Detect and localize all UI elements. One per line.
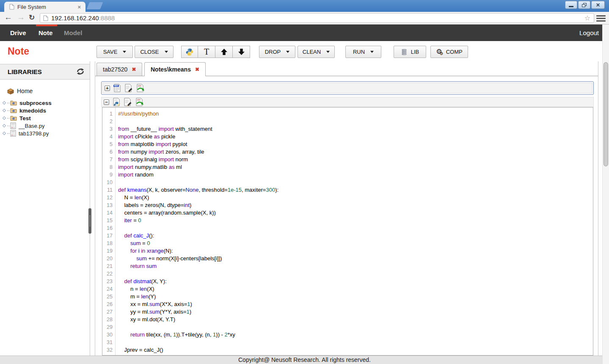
- scrollbar-thumb[interactable]: [603, 62, 608, 166]
- reload-button[interactable]: ↻: [29, 13, 35, 22]
- chevron-down-icon: [326, 51, 330, 53]
- code-editor[interactable]: 1#!/usr/bin/python23from __future__ impo…: [102, 107, 593, 356]
- code-line: 17 def calc_J():: [102, 232, 593, 240]
- code-line: 4import cPickle as pickle: [102, 133, 593, 141]
- comp-label: COMP: [446, 49, 463, 55]
- code-line: 2: [102, 118, 593, 125]
- python-file-icon: [10, 122, 16, 129]
- nav-item-drive[interactable]: Drive: [10, 25, 26, 41]
- line-number: 8: [102, 163, 116, 171]
- new-tab-button[interactable]: [87, 2, 103, 9]
- window-restore-button[interactable]: [578, 1, 590, 9]
- copyright-text: Copyright@ Neusoft Research. All rights …: [238, 356, 371, 363]
- code-line: 25 m = len(Y): [102, 293, 593, 301]
- add-text-cell-button[interactable]: T: [198, 46, 215, 58]
- url-bar[interactable]: 192.168.162.240 :8888 ☆: [40, 13, 594, 23]
- tree-item-tab13798-py[interactable]: tab13798.py: [0, 130, 90, 137]
- line-number: 17: [102, 232, 116, 240]
- forward-button[interactable]: →: [17, 13, 25, 22]
- code-line: 30 return tile(xx, (m, 1)).T+tile(yy, (n…: [102, 331, 593, 339]
- page-favicon-icon: [9, 4, 14, 10]
- tree-label: tab13798.py: [19, 130, 49, 137]
- nav-item-note[interactable]: Note: [39, 25, 52, 41]
- window-minimize-button[interactable]: [565, 1, 577, 9]
- line-number: 25: [102, 293, 116, 301]
- gears-icon: ⚙⚙: [436, 48, 443, 56]
- chevron-down-icon: [165, 51, 168, 53]
- tree-item-kmedoids[interactable]: kmedoids: [0, 107, 90, 114]
- run-cell-icon[interactable]: [136, 84, 145, 92]
- save-button[interactable]: SAVE: [96, 46, 133, 58]
- close-note-button[interactable]: CLOSE: [135, 46, 174, 58]
- comp-button[interactable]: ⚙⚙ COMP: [430, 46, 468, 58]
- page-title: Note: [8, 41, 29, 61]
- line-number: 3: [102, 125, 116, 133]
- browser-menu-icon[interactable]: [596, 15, 606, 22]
- tab-close-icon[interactable]: ✖: [195, 66, 199, 72]
- cell-tools-group: T: [181, 46, 250, 58]
- expand-icon[interactable]: [2, 109, 10, 112]
- line-number: 10: [102, 179, 116, 186]
- edit-cell-icon[interactable]: [124, 84, 133, 92]
- logout-button[interactable]: Logout: [579, 25, 599, 41]
- expand-icon[interactable]: [2, 132, 10, 135]
- sidebar-splitter-handle[interactable]: [88, 208, 91, 234]
- bookmark-star-icon[interactable]: ☆: [584, 14, 590, 22]
- folder-icon: [10, 115, 17, 121]
- code-line: 9import random: [102, 171, 593, 179]
- line-number: 13: [102, 201, 116, 209]
- line-number: 14: [102, 209, 116, 217]
- tree-item-base-py[interactable]: __Base.py: [0, 122, 90, 130]
- refresh-icon[interactable]: [76, 68, 85, 75]
- add-python-cell-button[interactable]: [181, 46, 198, 58]
- code-line: 8import numpy.matlib as ml: [102, 163, 593, 171]
- editor-tab-notes-kmeans[interactable]: Notes\kmeans ✖: [144, 62, 206, 76]
- tree-label: __Base.py: [19, 123, 44, 129]
- move-cell-down-button[interactable]: [232, 46, 250, 58]
- drop-button[interactable]: DROP: [259, 46, 295, 58]
- clean-label: CLEAN: [303, 49, 321, 55]
- window-close-button[interactable]: ✕: [591, 1, 605, 9]
- page-scrollbar[interactable]: [602, 25, 609, 364]
- move-cell-up-button[interactable]: [215, 46, 233, 58]
- tab-close-icon[interactable]: ✖: [132, 66, 136, 72]
- editor-panel: tab27520 ✖ Notes\kmeans ✖ + TEXT: [95, 61, 598, 356]
- tree-item-home[interactable]: Home: [0, 85, 90, 97]
- code-line: 7from scipy.linalg import norm: [102, 156, 593, 163]
- app-navbar: Drive Note Model Logout: [0, 25, 609, 41]
- expand-cell-button[interactable]: +: [105, 85, 110, 91]
- code-line: 27 yy = ml.sum(Y*Y, axis=1): [102, 308, 593, 316]
- code-line: 24 n = len(X): [102, 285, 593, 293]
- close-icon: ✕: [596, 3, 600, 8]
- code-area: 1#!/usr/bin/python23from __future__ impo…: [102, 108, 593, 356]
- editor-tab-label: tab27520: [103, 66, 127, 73]
- expand-icon[interactable]: [2, 124, 10, 127]
- browser-tab[interactable]: File System ×: [4, 2, 85, 12]
- line-number: 1: [102, 110, 116, 118]
- edit-cell-icon[interactable]: [124, 98, 132, 106]
- code-line: 5from matplotlib import pyplot: [102, 141, 593, 148]
- browser-toolbar: ← → ↻ 192.168.162.240 :8888 ☆: [0, 12, 609, 25]
- tree-item-subprocess[interactable]: subprocess: [0, 99, 90, 107]
- editor-tab-tab27520[interactable]: tab27520 ✖: [96, 63, 142, 76]
- browser-tab-close-icon[interactable]: ×: [76, 4, 82, 10]
- expand-icon[interactable]: [2, 117, 10, 119]
- tree-label: Home: [17, 88, 33, 94]
- clean-button[interactable]: CLEAN: [298, 46, 335, 58]
- tree-item-test[interactable]: Test: [0, 114, 90, 122]
- close-label: CLOSE: [140, 49, 159, 55]
- tree-label: Test: [19, 115, 31, 121]
- editor-tab-label: Notes\kmeans: [151, 66, 191, 73]
- text-cell-collapsed: + TEXT: [101, 81, 594, 95]
- minimize-icon: [569, 6, 573, 7]
- python-file-icon: [10, 130, 16, 137]
- run-cell-icon[interactable]: [135, 98, 144, 106]
- run-button[interactable]: RUN: [345, 46, 381, 58]
- line-number: 11: [102, 186, 116, 194]
- collapse-cell-button[interactable]: −: [104, 99, 109, 105]
- lib-button[interactable]: LIB: [394, 46, 426, 58]
- back-button[interactable]: ←: [4, 13, 12, 22]
- nav-item-model[interactable]: Model: [64, 25, 82, 41]
- line-number: 5: [102, 141, 116, 148]
- expand-icon[interactable]: [2, 102, 10, 104]
